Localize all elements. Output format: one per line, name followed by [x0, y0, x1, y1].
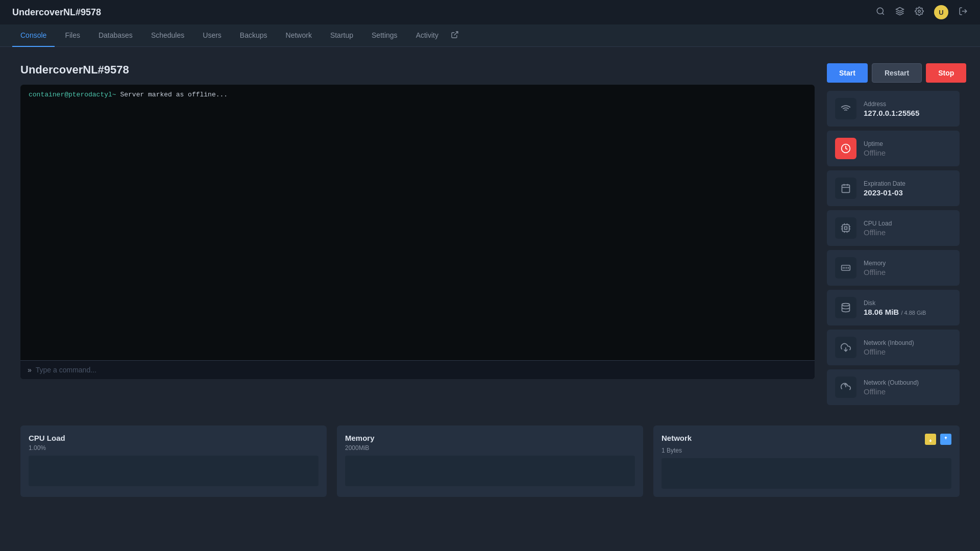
stat-card-uptime: Uptime Offline — [827, 131, 960, 166]
network-chart-header: Network — [662, 434, 951, 445]
network-outbound-info: Network (Outbound) Offline — [864, 379, 919, 396]
expiration-info: Expiration Date 2023-01-03 — [864, 180, 905, 197]
left-panel: UndercoverNL#9578 container@pterodactyl~… — [20, 63, 815, 409]
stat-card-network-inbound: Network (Inbound) Offline — [827, 330, 960, 365]
stat-card-memory: Memory Offline — [827, 250, 960, 286]
chevron-right-icon: » — [28, 366, 32, 374]
start-button[interactable]: Start — [827, 63, 868, 83]
svg-rect-13 — [845, 227, 847, 230]
memory-chart-subtitle: 2000MiB — [345, 444, 635, 452]
svg-rect-22 — [842, 265, 850, 270]
layers-icon[interactable] — [895, 7, 904, 18]
disk-info: Disk 18.06 MiB / 4.88 GiB — [864, 299, 926, 316]
address-icon-wrap — [835, 98, 856, 119]
memory-value: Offline — [864, 268, 886, 277]
network-chart-title: Network — [662, 434, 692, 442]
stat-card-disk: Disk 18.06 MiB / 4.88 GiB — [827, 290, 960, 325]
cpu-icon-wrap — [835, 217, 856, 239]
memory-info: Memory Offline — [864, 260, 886, 277]
search-icon[interactable] — [876, 7, 885, 18]
cpu-chart-subtitle: 1.00% — [29, 444, 318, 452]
memory-label: Memory — [864, 260, 886, 267]
uptime-info: Uptime Offline — [864, 140, 886, 157]
address-value: 127.0.0.1:25565 — [864, 109, 919, 117]
cpu-chart-title: CPU Load — [29, 434, 65, 442]
cpu-label: CPU Load — [864, 220, 892, 227]
cpu-chart-card: CPU Load 1.00% — [20, 425, 327, 497]
network-inbound-chart-icon[interactable] — [925, 434, 936, 445]
memory-chart-card: Memory 2000MiB — [337, 425, 643, 497]
restart-button[interactable]: Restart — [872, 63, 922, 83]
memory-icon-wrap — [835, 257, 856, 279]
main-content: UndercoverNL#9578 container@pterodactyl~… — [0, 47, 980, 425]
network-chart-icons — [925, 434, 951, 445]
tab-databases[interactable]: Databases — [90, 24, 141, 47]
console-body: container@pterodactyl~ Server marked as … — [20, 85, 815, 360]
svg-line-1 — [882, 13, 884, 14]
stat-card-network-outbound: Network (Outbound) Offline — [827, 369, 960, 405]
logout-icon[interactable] — [959, 7, 968, 18]
network-chart-card: Network 1 Bytes — [653, 425, 960, 497]
address-label: Address — [864, 101, 919, 108]
network-outbound-label: Network (Outbound) — [864, 379, 919, 386]
stat-card-expiration: Expiration Date 2023-01-03 — [827, 170, 960, 206]
external-link-icon[interactable] — [451, 31, 459, 40]
cpu-info: CPU Load Offline — [864, 220, 892, 237]
network-outbound-icon-wrap — [835, 377, 856, 398]
disk-value: 18.06 MiB / 4.88 GiB — [864, 308, 926, 316]
svg-point-3 — [918, 10, 921, 12]
page-title: UndercoverNL#9578 — [20, 63, 815, 77]
network-outbound-value: Offline — [864, 387, 919, 396]
tab-settings[interactable]: Settings — [363, 24, 406, 47]
memory-chart-area — [345, 456, 635, 486]
cpu-chart-header: CPU Load — [29, 434, 318, 442]
tab-startup[interactable]: Startup — [322, 24, 361, 47]
expiration-label: Expiration Date — [864, 180, 905, 187]
gear-icon[interactable] — [915, 7, 924, 18]
network-inbound-value: Offline — [864, 347, 914, 356]
network-inbound-label: Network (Inbound) — [864, 339, 914, 346]
action-buttons: Start Restart Stop — [827, 63, 960, 83]
svg-point-0 — [877, 8, 883, 14]
network-inbound-info: Network (Inbound) Offline — [864, 339, 914, 356]
tab-backups[interactable]: Backups — [232, 24, 276, 47]
tab-users[interactable]: Users — [194, 24, 230, 47]
disk-label: Disk — [864, 299, 926, 307]
user-avatar[interactable]: U — [934, 5, 948, 19]
tab-schedules[interactable]: Schedules — [143, 24, 192, 47]
tab-console[interactable]: Console — [12, 24, 55, 47]
expiration-value: 2023-01-03 — [864, 188, 905, 197]
svg-point-27 — [842, 304, 850, 306]
right-panel: Start Restart Stop Address 127.0.0.1:255… — [827, 63, 960, 409]
tab-network[interactable]: Network — [278, 24, 320, 47]
stat-card-cpu: CPU Load Offline — [827, 210, 960, 246]
network-chart-area — [662, 458, 951, 489]
nav-tabs: Console Files Databases Schedules Users … — [0, 24, 980, 47]
network-outbound-chart-icon[interactable] — [940, 434, 951, 445]
uptime-value: Offline — [864, 148, 886, 157]
tab-activity[interactable]: Activity — [408, 24, 447, 47]
cpu-chart-area — [29, 456, 318, 486]
memory-chart-header: Memory — [345, 434, 635, 442]
console-input[interactable] — [36, 366, 807, 374]
uptime-icon-wrap — [835, 138, 856, 159]
svg-rect-12 — [842, 224, 849, 231]
tab-files[interactable]: Files — [57, 24, 88, 47]
topbar-icons: U — [876, 5, 968, 19]
svg-rect-8 — [842, 185, 850, 192]
bottom-charts: CPU Load 1.00% Memory 2000MiB Network 1 … — [0, 425, 980, 513]
address-info: Address 127.0.0.1:25565 — [864, 101, 919, 117]
topbar-title: UndercoverNL#9578 — [12, 7, 101, 18]
memory-chart-title: Memory — [345, 434, 375, 442]
network-chart-subtitle: 1 Bytes — [662, 447, 951, 454]
console-prompt-user: container@pterodactyl~ — [29, 91, 116, 98]
disk-icon-wrap — [835, 297, 856, 318]
cpu-value: Offline — [864, 228, 892, 237]
console-input-bar: » — [20, 360, 815, 379]
stop-button[interactable]: Stop — [926, 63, 966, 83]
uptime-label: Uptime — [864, 140, 886, 147]
svg-marker-2 — [896, 7, 904, 11]
expiration-icon-wrap — [835, 178, 856, 199]
topbar: UndercoverNL#9578 U — [0, 0, 980, 24]
network-inbound-icon-wrap — [835, 337, 856, 358]
